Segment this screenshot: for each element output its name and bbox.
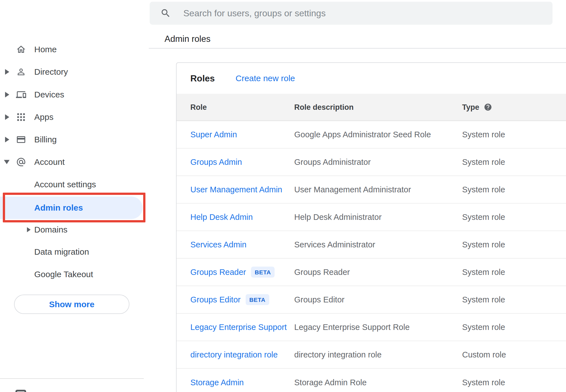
admin-console-screen: Admin Admin roles Home Directory [0,0,566,392]
beta-badge: BETA [251,267,275,278]
sidebar-item-label: Google Takeout [34,270,93,279]
home-icon [16,44,26,54]
role-link[interactable]: directory integration role [190,350,278,359]
table-row: directory integration role directory int… [177,341,566,369]
credit-card-icon [16,135,26,145]
role-type: System role [462,185,505,194]
sidebar-item-label: Data migration [34,247,89,257]
role-link[interactable]: Legacy Enterprise Support [190,323,287,332]
table-row: Groups Reader BETA Groups Reader System … [177,259,566,286]
apps-grid-icon [16,112,26,122]
roles-card-header: Roles Create new role [177,63,566,94]
breadcrumb: Admin roles [165,34,211,44]
person-icon [16,67,26,77]
role-description: Groups Reader [294,268,350,277]
role-link[interactable]: User Management Admin [190,185,282,194]
clipped-device-icon [15,390,26,392]
sidebar-nav: Home Directory Devices [0,0,149,392]
role-link[interactable]: Groups Editor [190,295,241,304]
sidebar-item-label: Devices [34,90,64,99]
sidebar-item-directory[interactable]: Directory [0,61,149,83]
role-description: Help Desk Administrator [294,213,382,222]
column-header-type: Type [462,103,492,111]
sidebar-item-label: Directory [34,67,68,77]
sidebar-item-label: Account settings [34,180,96,189]
sidebar-item-label: Domains [34,225,67,234]
role-type: System role [462,378,505,387]
role-description: Services Administrator [294,240,375,249]
column-header-description: Role description [294,103,354,111]
sidebar-item-label: Apps [34,112,53,122]
role-link[interactable]: Groups Reader [190,268,246,277]
role-type: System role [462,295,505,304]
role-link[interactable]: Super Admin [190,130,237,139]
sidebar-divider [0,378,144,379]
at-sign-icon [16,157,26,167]
role-type: System role [462,158,505,167]
collapse-arrow-icon[interactable] [4,160,10,164]
expand-arrow-icon[interactable] [5,137,9,142]
create-new-role-link[interactable]: Create new role [236,74,295,83]
table-row: Super Admin Google Apps Administrator Se… [177,121,566,149]
table-row: Help Desk Admin Help Desk Administrator … [177,204,566,231]
role-description: Storage Admin Role [294,378,367,387]
sidebar-item-account[interactable]: Account [0,151,149,173]
help-icon[interactable] [484,103,492,111]
table-row: Storage Admin Storage Admin Role System … [177,369,566,392]
sidebar-item-label: Account [34,157,65,167]
role-type: System role [462,323,505,332]
expand-arrow-icon[interactable] [27,227,31,232]
role-type: System role [462,213,505,222]
role-link[interactable]: Services Admin [190,240,247,249]
beta-badge: BETA [246,294,269,305]
role-description: directory integration role [294,350,382,359]
sidebar-item-label: Admin roles [34,203,83,213]
table-header-row: Role Role description Type [177,94,566,121]
role-type: Custom role [462,350,506,359]
roles-card: Roles Create new role Role Role descript… [176,62,566,392]
sidebar-item-label: Billing [34,135,57,144]
table-row: User Management Admin User Management Ad… [177,176,566,204]
sidebar-item-account-settings[interactable]: Account settings [0,173,149,196]
sidebar-item-google-takeout[interactable]: Google Takeout [0,263,149,286]
table-row: Groups Admin Groups Administrator System… [177,149,566,176]
devices-icon [16,90,26,100]
role-type: System role [462,240,505,249]
role-description: User Management Administrator [294,185,411,194]
expand-arrow-icon[interactable] [5,92,9,97]
table-row: Legacy Enterprise Support Legacy Enterpr… [177,314,566,341]
table-row: Groups Editor BETA Groups Editor System … [177,286,566,314]
expand-arrow-icon[interactable] [5,114,9,120]
sidebar-item-billing[interactable]: Billing [0,128,149,151]
role-description: Legacy Enterprise Support Role [294,323,410,332]
expand-arrow-icon[interactable] [5,69,9,75]
role-description: Groups Editor [294,295,344,304]
sidebar-item-data-migration[interactable]: Data migration [0,241,149,263]
role-link[interactable]: Storage Admin [190,378,244,387]
column-header-role: Role [190,103,207,111]
role-description: Groups Administrator [294,158,371,167]
sidebar-item-label: Home [34,45,57,54]
show-more-button[interactable]: Show more [14,295,129,314]
sidebar-item-admin-roles[interactable]: Admin roles [0,197,149,219]
sidebar-item-domains[interactable]: Domains [0,218,149,241]
role-link[interactable]: Help Desk Admin [190,213,253,222]
search-bar[interactable] [150,2,553,25]
role-description: Google Apps Administrator Seed Role [294,130,431,139]
search-input[interactable] [183,8,553,19]
sidebar-item-devices[interactable]: Devices [0,83,149,106]
role-type: System role [462,130,505,139]
sidebar-item-apps[interactable]: Apps [0,106,149,128]
card-title: Roles [190,73,215,84]
search-icon [160,8,171,19]
role-link[interactable]: Groups Admin [190,158,242,167]
header-divider [149,48,566,49]
sidebar-item-home[interactable]: Home [0,38,149,61]
role-type: System role [462,268,505,277]
table-row: Services Admin Services Administrator Sy… [177,231,566,259]
